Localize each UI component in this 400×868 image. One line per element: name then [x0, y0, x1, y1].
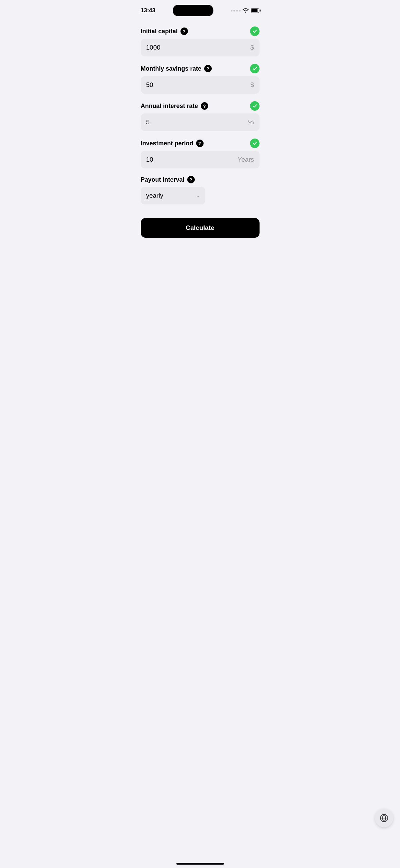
- battery-fill: [251, 9, 258, 12]
- investment-period-section: Investment period ? Years: [141, 139, 260, 168]
- initial-capital-check-icon: [250, 26, 260, 36]
- status-bar: 13:43: [134, 0, 266, 20]
- investment-period-input[interactable]: [146, 156, 235, 163]
- monthly-savings-input-wrapper: $: [141, 76, 260, 94]
- investment-period-suffix: Years: [238, 156, 254, 163]
- initial-capital-input-wrapper: $: [141, 39, 260, 56]
- monthly-savings-suffix: $: [250, 81, 254, 89]
- calculate-button[interactable]: Calculate: [141, 218, 260, 238]
- dot-4: [239, 10, 241, 12]
- payout-interval-dropdown[interactable]: yearly ⌄: [141, 187, 205, 204]
- initial-capital-section: Initial capital ? $: [141, 26, 260, 56]
- dot-2: [233, 10, 235, 12]
- monthly-savings-input[interactable]: [146, 81, 248, 89]
- annual-interest-check-icon: [250, 101, 260, 111]
- payout-interval-label-row: Payout interval ?: [141, 176, 260, 183]
- monthly-savings-help-icon[interactable]: ?: [204, 65, 212, 72]
- investment-period-label: Investment period: [141, 140, 193, 147]
- wifi-icon: [243, 8, 249, 14]
- status-indicators: [231, 8, 259, 14]
- monthly-savings-label-left: Monthly savings rate ?: [141, 65, 212, 72]
- initial-capital-suffix: $: [250, 44, 254, 51]
- payout-interval-label: Payout interval: [141, 176, 185, 183]
- initial-capital-label-left: Initial capital ?: [141, 28, 188, 35]
- monthly-savings-label-row: Monthly savings rate ?: [141, 64, 260, 73]
- annual-interest-label-left: Annual interest rate ?: [141, 102, 208, 110]
- dynamic-island: [173, 5, 213, 16]
- investment-period-input-wrapper: Years: [141, 151, 260, 168]
- monthly-savings-label: Monthly savings rate: [141, 65, 202, 72]
- payout-interval-section: Payout interval ? yearly ⌄: [141, 176, 260, 204]
- initial-capital-label-row: Initial capital ?: [141, 26, 260, 36]
- chevron-down-icon: ⌄: [196, 193, 200, 198]
- dot-1: [231, 10, 232, 12]
- annual-interest-label-row: Annual interest rate ?: [141, 101, 260, 111]
- payout-interval-help-icon[interactable]: ?: [187, 176, 195, 183]
- investment-period-check-icon: [250, 139, 260, 148]
- annual-interest-help-icon[interactable]: ?: [201, 102, 208, 110]
- payout-interval-value: yearly: [146, 192, 164, 199]
- annual-interest-input[interactable]: [146, 119, 246, 126]
- initial-capital-label: Initial capital: [141, 28, 178, 35]
- dot-3: [236, 10, 238, 12]
- annual-interest-label: Annual interest rate: [141, 103, 198, 110]
- signal-dots: [231, 10, 241, 12]
- annual-interest-section: Annual interest rate ? %: [141, 101, 260, 131]
- investment-period-label-row: Investment period ?: [141, 139, 260, 148]
- investment-period-help-icon[interactable]: ?: [196, 140, 204, 147]
- monthly-savings-section: Monthly savings rate ? $: [141, 64, 260, 94]
- annual-interest-input-wrapper: %: [141, 113, 260, 131]
- main-content: Initial capital ? $ Monthly savings rate…: [134, 20, 266, 238]
- initial-capital-help-icon[interactable]: ?: [180, 28, 188, 35]
- status-time: 13:43: [141, 7, 155, 14]
- investment-period-label-left: Investment period ?: [141, 140, 204, 147]
- battery-icon: [251, 8, 259, 13]
- annual-interest-suffix: %: [248, 119, 254, 126]
- monthly-savings-check-icon: [250, 64, 260, 73]
- initial-capital-input[interactable]: [146, 44, 248, 51]
